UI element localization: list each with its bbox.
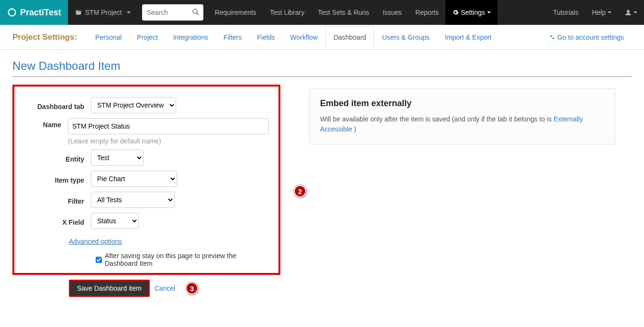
subnav-filters[interactable]: Filters [216,27,249,48]
subnav-workflow[interactable]: Workflow [283,27,325,48]
label-filter: Filter [14,195,91,205]
input-name[interactable] [68,118,269,134]
embed-panel-body: Will be available only after the item is… [320,114,604,134]
nav-user-menu[interactable] [618,0,644,25]
label-entity: Entity [14,153,91,163]
label-name: Name [14,118,68,129]
svg-line-2 [197,13,199,15]
select-entity[interactable]: Test [91,150,144,166]
project-name: STM Project [85,9,122,16]
cancel-link[interactable]: Cancel [155,284,176,292]
gears-icon [549,34,555,41]
label-item-type: Item type [14,174,91,184]
search-icon[interactable] [192,8,200,17]
account-settings-link[interactable]: Go to account settings [541,27,632,48]
nav-tutorials[interactable]: Tutorials [546,0,585,25]
select-xfield[interactable]: Status [91,213,139,229]
subnav-personal[interactable]: Personal [88,27,129,48]
form-column: Dashboard tab STM Project Overview Name … [12,85,280,297]
gear-icon [452,9,459,16]
embed-panel: Embed item externally Will be available … [309,88,615,144]
select-item-type[interactable]: Pie Chart [91,171,177,187]
svg-point-1 [193,9,197,13]
svg-point-3 [627,10,630,13]
account-settings-label: Go to account settings [557,33,624,41]
subnav-users-groups[interactable]: Users & Groups [374,27,437,48]
svg-point-5 [552,37,554,39]
checkbox-stay-on-page[interactable] [96,257,102,263]
nav-requirements[interactable]: Requirements [208,0,263,25]
stay-on-page-label: After saving stay on this page to previe… [105,252,269,267]
practitest-logo-icon [7,7,17,18]
caret-down-icon [127,11,131,13]
brand-logo[interactable]: PractiTest [0,0,68,25]
select-filter[interactable]: All Tests [91,192,175,208]
caret-down-icon [633,11,637,13]
annotation-badge-2: 2 [294,185,306,197]
advanced-options-link[interactable]: Advanced options [69,238,122,245]
nav-test-library[interactable]: Test Library [263,0,311,25]
search-wrap [142,4,203,21]
top-navbar: PractiTest STM Project Requirements Test… [0,0,644,25]
name-hint: (Leave empty for default name) [68,137,269,145]
form-actions: Save Dashboard item Cancel 3 [69,280,280,297]
svg-point-4 [550,35,552,37]
subnav-project[interactable]: Project [129,27,166,48]
label-dashboard-tab: Dashboard tab [14,100,91,110]
content-row: Dashboard tab STM Project Overview Name … [12,85,632,297]
subnav-title: Project Settings: [12,33,77,42]
nav-settings[interactable]: Settings [445,0,498,25]
select-dashboard-tab[interactable]: STM Project Overview [91,97,176,113]
subnav-fields[interactable]: Fields [249,27,282,48]
annotation-badge-3: 3 [186,282,198,294]
nav-test-sets[interactable]: Test Sets & Runs [311,0,376,25]
page-title: New Dashboard Item [12,59,632,77]
project-dropdown[interactable]: STM Project [68,0,137,25]
user-icon [625,9,632,16]
nav-help-label: Help [592,9,606,16]
settings-subnav: Project Settings: Personal Project Integ… [0,25,644,50]
subnav-import-export[interactable]: Import & Export [437,27,499,48]
dashboard-item-form: Dashboard tab STM Project Overview Name … [12,85,280,275]
nav-reports[interactable]: Reports [409,0,445,25]
page-body: New Dashboard Item Dashboard tab STM Pro… [0,50,644,306]
nav-settings-label: Settings [461,9,485,16]
brand-text: PractiTest [20,8,61,18]
folder-open-icon [75,9,82,16]
caret-down-icon [487,11,491,13]
subnav-dashboard[interactable]: Dashboard [325,26,375,48]
nav-issues[interactable]: Issues [376,0,409,25]
label-xfield: X Field [14,216,91,226]
embed-panel-title: Embed item externally [320,98,604,109]
subnav-integrations[interactable]: Integrations [166,27,216,48]
save-dashboard-item-button[interactable]: Save Dashboard item [69,280,150,297]
caret-down-icon [608,11,611,13]
nav-help[interactable]: Help [585,0,618,25]
